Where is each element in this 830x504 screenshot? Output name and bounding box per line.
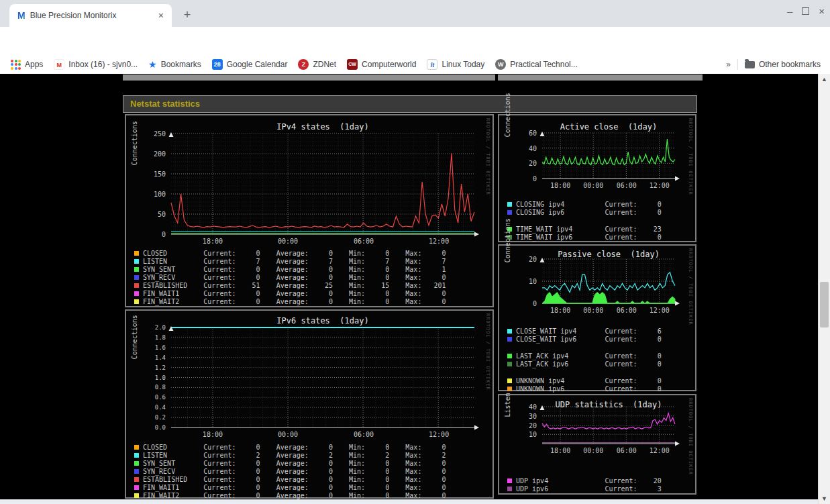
rrdtool-watermark: RRDTOOL / TOBI OETIKER [688, 398, 693, 475]
monitorix-page: Netstat statistics IPv4 states (1day)Con… [0, 74, 818, 499]
bookmark-computerworld[interactable]: CW Computerworld [347, 59, 416, 70]
rrdtool-watermark: RRDTOOL / TOBI OETIKER [688, 248, 693, 325]
scroll-down-arrow[interactable]: ▼ [819, 495, 830, 502]
legend-text: SYN_SENT Current: 0 Average: 0 Min: 0 Ma… [143, 266, 446, 273]
legend-swatch [134, 299, 139, 304]
x-tick-label: 06:00 [354, 238, 374, 245]
previous-section-edge [123, 74, 495, 81]
browser-tab[interactable]: M Blue Precision Monitorix × [9, 4, 172, 27]
legend-swatch [134, 259, 139, 264]
legend-swatch [134, 493, 139, 498]
bookmark-zdnet[interactable]: Z ZDNet [298, 59, 336, 70]
y-tick-label: 2.0 [126, 324, 166, 331]
legend-row: ESTABLISHED Current: 51 Average: 25 Min:… [134, 281, 446, 289]
bookmark-google-calendar[interactable]: 28 Google Calendar [212, 59, 288, 70]
legend-row: UNKNOWN ipv4 Current: 0 [507, 376, 662, 385]
zdnet-icon: Z [298, 59, 309, 70]
window-controls: – × [787, 5, 825, 17]
y-tick-label: 0.2 [126, 414, 166, 421]
scroll-up-arrow[interactable]: ▲ [819, 76, 830, 83]
y-tick-label: 60 [499, 130, 537, 137]
panel-ipv4-states: IPv4 states (1day)Connections05010015020… [125, 114, 494, 307]
bookmark-label: Bookmarks [161, 60, 201, 69]
y-tick-label: 250 [126, 130, 166, 138]
legend-text: CLOSED Current: 0 Average: 0 Min: 0 Max:… [143, 444, 446, 451]
vertical-scrollbar[interactable]: ▲ ▼ [818, 74, 830, 504]
x-tick-label: 12:00 [650, 307, 670, 314]
other-bookmarks[interactable]: Other bookmarks [745, 60, 821, 69]
y-tick-label: 150 [126, 170, 166, 178]
scrollbar-thumb[interactable] [820, 282, 829, 327]
apps-grid-icon [11, 60, 21, 70]
bookmark-bookmarks[interactable]: ★ Bookmarks [148, 59, 201, 70]
divider [737, 59, 738, 70]
y-tick-label: 50 [126, 211, 166, 218]
bookmark-label: Other bookmarks [759, 60, 821, 69]
legend-row: FIN_WAIT1 Current: 0 Average: 0 Min: 0 M… [134, 289, 446, 297]
legend-swatch [134, 283, 139, 288]
legend-text: LISTEN Current: 7 Average: 7 Min: 7 Max:… [143, 258, 446, 265]
y-tick-label: 0 [499, 300, 537, 307]
panel-active-close: Active close (1day)Connections020406018:… [498, 114, 696, 242]
legend-row: SYN_SENT Current: 0 Average: 0 Min: 0 Ma… [134, 265, 446, 273]
axis-right-arrow-icon [675, 301, 680, 306]
y-tick-label: 1.2 [126, 364, 166, 371]
bookmark-practical-technology[interactable]: W Practical Technol... [495, 59, 578, 70]
axis-right-arrow-icon [675, 177, 680, 181]
legend-swatch [507, 202, 512, 207]
close-button[interactable]: × [819, 5, 825, 17]
chart-ipv4-states[interactable]: IPv4 states (1day)Connections05010015020… [126, 115, 492, 306]
minimize-button[interactable]: – [787, 5, 792, 17]
legend-row: FIN_WAIT2 Current: 0 Average: 0 Min: 0 M… [134, 297, 446, 305]
legend-text: FIN_WAIT1 Current: 0 Average: 0 Min: 0 M… [143, 290, 446, 297]
chart-passive-close[interactable]: Passive close (1day)Connections0102018:0… [499, 246, 695, 390]
chart-udp-statistics[interactable]: UDP statistics (1day)Listen1020304018:00… [499, 395, 695, 493]
y-tick-label: 40 [499, 145, 537, 152]
y-tick-label: 20 [499, 160, 537, 167]
bookmark-inbox[interactable]: M Inbox (16) - sjvn0... [54, 59, 138, 70]
legend-row: ESTABLISHED Current: 0 Average: 0 Min: 0… [134, 475, 446, 483]
legend-row: LISTEN Current: 2 Average: 2 Min: 2 Max:… [134, 451, 446, 459]
legend-swatch [134, 445, 139, 450]
section-title: Netstat statistics [123, 96, 696, 112]
chart-active-close[interactable]: Active close (1day)Connections020406018:… [499, 115, 695, 241]
y-tick-label: 30 [499, 413, 537, 420]
panel-udp-statistics: UDP statistics (1day)Listen1020304018:00… [498, 394, 696, 495]
legend-text: ESTABLISHED Current: 51 Average: 25 Min:… [143, 282, 446, 289]
legend-text: UNKNOWN ipv4 Current: 0 [516, 377, 662, 385]
computerworld-icon: CW [347, 59, 358, 70]
y-tick-label: 0.4 [126, 404, 166, 411]
y-tick-label: 20 [499, 422, 537, 430]
legend-swatch [507, 337, 512, 342]
legend-row: SYN_SENT Current: 0 Average: 0 Min: 0 Ma… [134, 459, 446, 467]
tab-title: Blue Precision Monitorix [30, 11, 156, 20]
series-udp-ipv4 [542, 413, 675, 429]
maximize-button[interactable] [802, 7, 809, 15]
legend-row: TIME_WAIT ipv4 Current: 23 [507, 225, 662, 233]
legend-row: CLOSE_WAIT ipv6 Current: 0 [507, 335, 662, 343]
legend-swatch [134, 485, 139, 490]
plot-area [542, 407, 675, 444]
bookmark-apps[interactable]: Apps [11, 60, 43, 70]
plot-area [171, 327, 474, 427]
horizontal-scrollbar[interactable] [0, 499, 818, 504]
chart-title: IPv4 states (1day) [276, 122, 368, 132]
folder-icon [745, 61, 755, 68]
bookmarks-overflow-chevron[interactable]: » [726, 60, 731, 69]
linux-today-icon: lt [427, 59, 437, 70]
bookmark-label: ZDNet [313, 60, 336, 69]
new-tab-button[interactable]: + [178, 7, 196, 24]
legend-swatch [507, 362, 512, 366]
tab-close-icon[interactable]: × [156, 10, 166, 21]
legend-row: TIME_WAIT ipv6 Current: 0 [507, 233, 662, 241]
bookmark-linux-today[interactable]: lt Linux Today [427, 59, 484, 70]
chart-ipv6-states[interactable]: IPv6 states (1day)Connections0.00.20.40.… [126, 311, 492, 497]
legend-text: CLOSING ipv6 Current: 0 [516, 209, 662, 216]
legend-swatch [507, 354, 512, 358]
x-tick-label: 18:00 [550, 307, 570, 314]
y-tick-label: 0.8 [126, 384, 166, 391]
legend-text: CLOSED Current: 0 Average: 0 Min: 0 Max:… [143, 250, 446, 257]
bookmark-label: Computerworld [362, 60, 416, 69]
x-tick-label: 00:00 [278, 431, 298, 438]
legend-row: LAST_ACK ipv4 Current: 0 [507, 352, 662, 360]
